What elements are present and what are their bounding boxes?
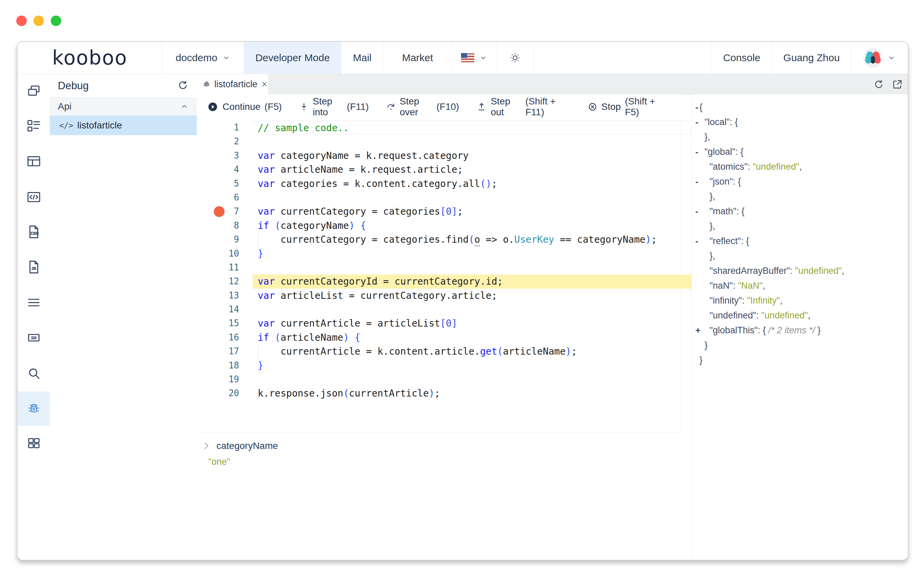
collapse-toggle[interactable]: - [695, 233, 698, 248]
variable-row: } [692, 338, 907, 353]
collapse-toggle[interactable]: - [695, 174, 698, 189]
us-flag-icon [461, 53, 474, 63]
variable-row: "sharedArrayBuffer": "undefined", [692, 263, 907, 278]
stop-button[interactable]: Stop (Shift + F5) [588, 96, 663, 118]
search-icon[interactable] [17, 356, 50, 390]
step-into-button[interactable]: Step into (F11) [299, 96, 369, 118]
debug-icon[interactable] [17, 391, 50, 426]
open-external-icon[interactable] [892, 79, 903, 90]
code-line-2: 2 [197, 134, 691, 148]
nav-item-market[interactable]: Market [383, 42, 452, 74]
variable-row: -"local": { [692, 115, 907, 129]
nav-item-mail[interactable]: Mail [341, 42, 383, 74]
code-line-11: 11 [197, 261, 691, 274]
nav-item-developer-mode[interactable]: Developer Mode [244, 42, 341, 74]
line-text: currentCategory = categories.find(o => o… [253, 233, 691, 246]
step-over-button[interactable]: Step over (F10) [386, 96, 459, 118]
kooboo-logo[interactable]: kooboo [17, 42, 162, 74]
code-line-12: 12var currentCategoryId = currentCategor… [197, 274, 691, 289]
tab-label: listofarticle [214, 79, 257, 90]
refresh-icon[interactable] [873, 79, 885, 90]
minimize-window-button[interactable] [33, 16, 44, 26]
user-name[interactable]: Guang Zhou [772, 42, 851, 74]
theme-toggle[interactable] [496, 42, 534, 74]
nav-item-console[interactable]: Console [711, 42, 772, 74]
line-text [253, 372, 691, 386]
code-editor[interactable]: 1// sample code..23var categoryName = k.… [197, 119, 691, 433]
refresh-button[interactable] [177, 79, 189, 92]
code-line-8: 8if (categoryName) { [197, 219, 691, 233]
button-hint: (F10) [436, 101, 459, 112]
section-label: Api [58, 101, 71, 112]
content-types-icon[interactable] [17, 109, 50, 143]
debug-panel-title: Debug [58, 80, 88, 92]
button-label: Step out [491, 96, 521, 118]
line-text: var articleName = k.request.article; [253, 162, 691, 177]
watch-expression-row[interactable]: categoryName [197, 433, 681, 451]
layout-icon[interactable] [17, 144, 50, 178]
code-line-6: 6 [197, 191, 691, 205]
line-number: 15 [217, 316, 239, 330]
line-text: // sample code.. [253, 121, 691, 134]
code-line-9: 9 currentCategory = categories.find(o =>… [197, 233, 691, 246]
chevron-down-icon [479, 54, 487, 62]
line-number: 8 [217, 219, 239, 233]
line-text: } [253, 359, 691, 372]
line-number: 3 [217, 149, 239, 162]
variable-row: -"reflect": { [692, 233, 907, 248]
chevron-down-icon [222, 54, 230, 62]
line-number: 14 [217, 303, 239, 316]
section-api[interactable]: Api [50, 98, 197, 116]
js-file-icon[interactable]: JS [17, 250, 50, 284]
expand-toggle[interactable]: + [695, 323, 700, 338]
line-text: var currentCategoryId = currentCategory.… [253, 274, 691, 289]
nav-label: Mail [353, 52, 371, 63]
main-area: CSS JS Debug [17, 74, 908, 560]
line-text [253, 261, 691, 274]
continue-button[interactable]: Continue (F5) [207, 101, 282, 113]
sidebar-item-listofarticle[interactable]: </> listofarticle [50, 116, 197, 135]
button-hint: (Shift + F5) [625, 96, 663, 118]
modules-icon[interactable] [17, 426, 50, 460]
variable-row: }, [692, 189, 907, 204]
collapse-toggle[interactable]: - [695, 144, 698, 159]
code-page-icon[interactable] [17, 180, 50, 214]
code-line-15: 15var currentArticle = articleList[0] [197, 316, 691, 330]
code-line-19: 19 [197, 372, 691, 386]
line-number: 13 [217, 289, 239, 303]
line-number: 18 [217, 359, 239, 372]
maximize-window-button[interactable] [51, 16, 61, 26]
debug-panel: Debug Api </> listofarticle [50, 74, 197, 560]
close-window-button[interactable] [16, 16, 27, 26]
collapse-toggle[interactable]: - [695, 100, 698, 115]
line-text: var articleList = currentCategory.articl… [253, 289, 691, 303]
collapse-toggle[interactable]: - [695, 115, 698, 129]
line-text [253, 191, 691, 205]
chevron-right-icon [202, 441, 211, 451]
nav-label: Market [402, 52, 433, 63]
site-name: docdemo [175, 52, 217, 63]
tab-listofarticle[interactable]: listofarticle [197, 74, 269, 94]
site-selector[interactable]: docdemo [162, 42, 244, 74]
css-file-icon[interactable]: CSS [17, 214, 50, 249]
variable-row: -"json": { [692, 174, 907, 189]
variable-row: "naN": "NaN", [692, 278, 907, 293]
account-menu[interactable] [851, 42, 908, 74]
collapse-toggle[interactable]: - [695, 204, 698, 219]
watch-expression: categoryName [216, 440, 278, 451]
nav-spacer [534, 42, 711, 74]
variable-row: -"math": { [692, 204, 907, 219]
nav-label: Console [723, 52, 760, 63]
button-label: Continue [223, 101, 261, 112]
close-icon[interactable] [261, 80, 268, 88]
language-selector[interactable] [452, 42, 496, 74]
item-label: listofarticle [77, 120, 122, 131]
pages-icon[interactable] [17, 74, 50, 109]
step-out-button[interactable]: Step out (Shift + F11) [477, 96, 570, 118]
menu-icon[interactable] [17, 285, 50, 320]
line-number: 1 [217, 121, 239, 134]
button-hint: (Shift + F11) [525, 96, 570, 118]
button-hint: (F11) [347, 101, 369, 112]
form-icon[interactable] [17, 320, 50, 355]
code-line-5: 5var categories = k.content.category.all… [197, 177, 691, 191]
